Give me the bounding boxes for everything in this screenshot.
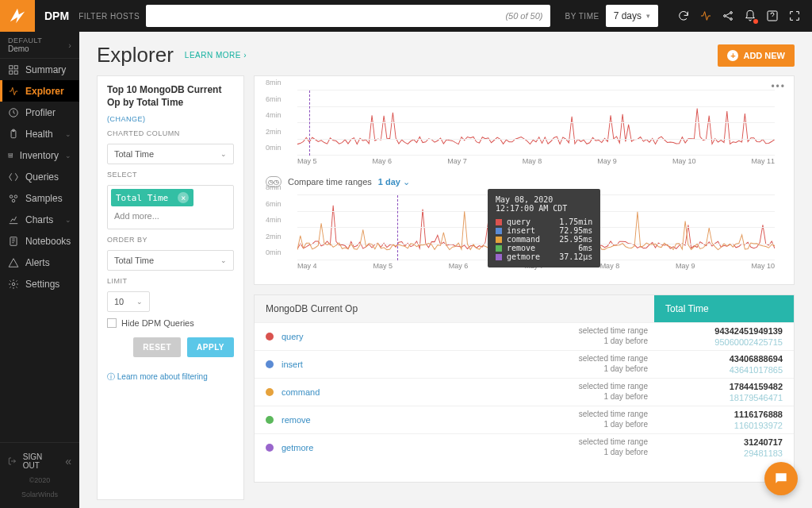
hide-dpm-label: Hide DPM Queries <box>121 318 194 328</box>
series-color-dot <box>266 333 274 341</box>
svg-rect-4 <box>10 65 13 68</box>
add-new-label: ADD NEW <box>743 51 785 60</box>
brand-logo[interactable] <box>0 0 35 32</box>
table-row[interactable]: getmoreselected time range1 day before31… <box>255 433 794 461</box>
range-label: selected time range <box>534 382 648 391</box>
value-previous: 43641017865 <box>665 365 783 375</box>
chevron-right-icon[interactable]: › <box>68 40 71 50</box>
change-link[interactable]: (CHANGE) <box>107 115 234 123</box>
order-select[interactable]: Total Time⌄ <box>107 250 234 271</box>
chart-compare[interactable]: 0min2min4min6min8min May 4May 5May 6May … <box>266 195 783 273</box>
nav-label: Notebooks <box>25 236 71 247</box>
hide-dpm-checkbox[interactable] <box>107 318 117 328</box>
card-title: Top 10 MongoDB Current Op by Total Time <box>107 84 234 109</box>
filter-hosts-label: FILTER HOSTS <box>79 12 146 21</box>
results-table: MongoDB Current Op Total Time queryselec… <box>254 294 795 483</box>
help-icon[interactable] <box>766 10 779 22</box>
value-current: 43406888694 <box>665 354 783 364</box>
remove-pill-icon[interactable]: × <box>178 192 189 203</box>
sign-out-label: SIGN OUT <box>23 452 57 470</box>
chevron-down-icon: ⌄ <box>220 256 227 264</box>
table-row[interactable]: commandselected time range1 day before17… <box>255 378 794 406</box>
activity-icon[interactable] <box>699 10 712 22</box>
fullscreen-icon[interactable] <box>788 10 801 22</box>
chevron-down-icon: ▾ <box>646 12 650 20</box>
chevron-down-icon: ⌄ <box>220 150 227 158</box>
charted-column-label: CHARTED COLUMN <box>107 129 234 137</box>
series-color-dot <box>266 388 274 396</box>
nav-label: Queries <box>25 171 59 183</box>
chart-primary[interactable]: 0min2min4min6min8min May 5May 6May 7May … <box>266 90 783 168</box>
value-previous: 18179546471 <box>665 393 783 402</box>
svg-rect-10 <box>9 153 13 154</box>
time-range-select[interactable]: 7 days ▾ <box>606 5 658 27</box>
nav-profiler[interactable]: Profiler <box>0 102 79 123</box>
filter-hosts-count: (50 of 50) <box>505 11 542 21</box>
add-more-input[interactable]: Add more... <box>111 206 230 225</box>
copyright-line1: ©2020 <box>0 473 79 487</box>
series-color-dot <box>266 360 274 368</box>
svg-point-1 <box>730 12 733 14</box>
nav-samples[interactable]: Samples <box>0 187 79 209</box>
time-range-value: 7 days <box>614 10 642 21</box>
chart-card: ••• 0min2min4min6min8min May 5May 6May 7… <box>254 75 795 285</box>
nav-queries[interactable]: Queries <box>0 166 79 187</box>
range-label: 1 day before <box>534 337 648 345</box>
sign-out-button[interactable]: SIGN OUT <box>0 449 65 473</box>
nav-explorer[interactable]: Explorer <box>0 80 79 102</box>
filter-hosts-input-wrap[interactable]: (50 of 50) <box>146 5 550 27</box>
share-icon[interactable] <box>722 10 734 22</box>
nav-alerts[interactable]: Alerts <box>0 252 79 273</box>
svg-point-14 <box>14 194 17 198</box>
op-link[interactable]: insert <box>282 360 303 369</box>
svg-rect-7 <box>14 71 17 74</box>
collapse-sidebar-button[interactable]: « <box>65 455 79 468</box>
learn-filter-link[interactable]: ⓘ Learn more about filtering <box>107 371 234 383</box>
filter-hosts-input[interactable] <box>154 10 505 21</box>
tooltip-time: 12:17:00 AM CDT <box>496 204 592 213</box>
compare-range-select[interactable]: 1 day ⌄ <box>378 177 410 187</box>
range-label: 1 day before <box>534 420 648 429</box>
nav-charts[interactable]: Charts⌄ <box>0 209 79 230</box>
charted-column-select[interactable]: Total Time⌄ <box>107 144 234 164</box>
table-header-left: MongoDB Current Op <box>255 295 654 322</box>
bell-icon[interactable] <box>744 10 756 22</box>
op-link[interactable]: remove <box>282 415 311 425</box>
limit-select[interactable]: 10⌄ <box>107 291 150 312</box>
by-time-label: BY TIME <box>558 12 605 21</box>
nav-summary[interactable]: Summary <box>0 59 79 80</box>
op-link[interactable]: command <box>282 387 320 397</box>
reset-button[interactable]: RESET <box>133 337 181 357</box>
chat-bubble-button[interactable] <box>764 462 798 495</box>
chart-tooltip: May 08, 2020 12:17:00 AM CDT query1.75mi… <box>488 189 600 267</box>
svg-rect-5 <box>14 65 17 68</box>
value-current: 1116176888 <box>665 410 783 419</box>
sidebar-group-label: DEFAULT <box>8 37 42 44</box>
add-new-button[interactable]: + ADD NEW <box>718 44 795 67</box>
learn-more-link[interactable]: LEARN MORE › <box>185 51 247 60</box>
apply-button[interactable]: APPLY <box>187 337 234 357</box>
nav-settings[interactable]: Settings <box>0 273 79 294</box>
range-label: selected time range <box>534 410 648 418</box>
range-label: selected time range <box>534 354 648 363</box>
range-label: 1 day before <box>534 448 648 456</box>
table-row[interactable]: insertselected time range1 day before434… <box>255 350 794 378</box>
table-header-right[interactable]: Total Time <box>654 295 794 322</box>
nav-health[interactable]: Health⌄ <box>0 123 79 144</box>
nav-label: Health <box>25 129 53 140</box>
svg-point-17 <box>12 283 15 286</box>
nav-label: Profiler <box>25 107 56 118</box>
nav-label: Samples <box>25 193 63 204</box>
nav-notebooks[interactable]: Notebooks <box>0 230 79 252</box>
refresh-icon[interactable] <box>677 10 690 22</box>
select-pill-box[interactable]: Total Time × Add more... <box>107 185 234 229</box>
nav-label: Charts <box>25 214 53 225</box>
table-menu-icon[interactable]: ••• <box>255 461 794 482</box>
value-current: 17844159482 <box>665 382 783 391</box>
nav-inventory[interactable]: Inventory⌄ <box>0 144 79 166</box>
op-link[interactable]: getmore <box>282 443 313 452</box>
table-row[interactable]: removeselected time range1 day before111… <box>255 406 794 433</box>
table-row[interactable]: queryselected time range1 day before9434… <box>255 322 794 350</box>
svg-point-0 <box>724 15 726 17</box>
op-link[interactable]: query <box>282 332 304 341</box>
